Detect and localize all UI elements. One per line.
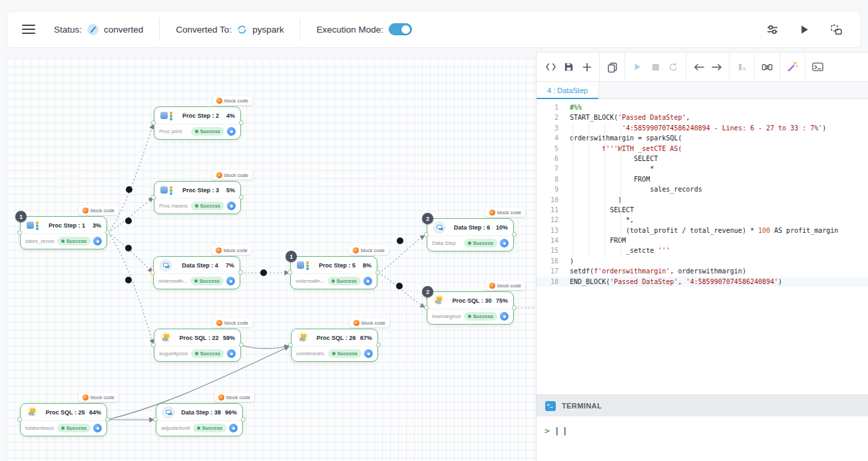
flow-node-proc-step-1[interactable]: 1Proc Step : 13%sales_recordsSuccess (20, 216, 107, 249)
output-port[interactable] (241, 417, 246, 422)
open-terminal-icon[interactable] (809, 58, 827, 76)
edge-collapse-dot[interactable] (126, 186, 132, 193)
flow-node-data-step-4[interactable]: Data Step : 47%orderswith...Success (153, 256, 240, 289)
code-line[interactable]: 14 FROM (537, 235, 868, 245)
block-code-chip[interactable]: block code (349, 318, 389, 327)
back-icon[interactable] (690, 58, 708, 76)
block-code-chip[interactable]: block code (214, 392, 254, 402)
code-line[interactable]: 17setdf(f'orderswithmargin', orderswithm… (537, 266, 868, 276)
block-code-chip[interactable]: block code (212, 318, 252, 327)
code-line[interactable]: 7 * (537, 164, 868, 174)
code-line[interactable]: 5 f'''WITH _setCTE AS( (537, 144, 868, 154)
node-action-button[interactable] (363, 277, 372, 285)
input-port[interactable] (424, 232, 429, 237)
output-port[interactable] (105, 417, 110, 422)
stop-icon[interactable] (646, 58, 664, 76)
compare-icon[interactable] (758, 58, 776, 76)
settings-sliders-icon[interactable] (765, 22, 779, 37)
block-code-chip[interactable]: block code (79, 392, 118, 402)
input-port[interactable] (151, 120, 156, 125)
menu-icon[interactable] (22, 25, 35, 34)
flow-node-proc-sql-30[interactable]: 2Proc SQL : 3075%lowmarginor...Success (427, 291, 514, 325)
output-port[interactable] (512, 305, 517, 310)
block-code-chip[interactable]: block code (485, 281, 525, 290)
run-cell-icon[interactable] (628, 58, 646, 76)
flow-node-proc-sql-25[interactable]: Proc SQL : 2564%totalunitssol...Success (20, 403, 107, 436)
input-port[interactable] (17, 417, 22, 422)
code-line[interactable]: 18END_BLOCK('Passed DataStep', '4:585990… (537, 277, 868, 287)
node-action-button[interactable] (93, 424, 102, 432)
edge-collapse-dot[interactable] (397, 237, 403, 244)
block-code-chip[interactable]: block code (349, 245, 389, 255)
tab-datastep[interactable]: 4 : DataStep (537, 82, 599, 99)
flow-node-proc-step-3[interactable]: Proc Step : 35%Proc meansSuccess (154, 181, 241, 214)
node-action-button[interactable] (227, 202, 236, 210)
copy-icon[interactable] (603, 58, 621, 76)
flow-node-data-step-38[interactable]: Data Step : 3896%adjustedunit...Success (156, 403, 243, 436)
terminal-header[interactable]: TERMINAL (537, 394, 868, 416)
node-action-button[interactable] (227, 349, 236, 358)
code-line[interactable]: 13 (total_profit / total_revenue) * 100 … (537, 226, 868, 235)
output-port[interactable] (512, 232, 517, 237)
flow-node-proc-sql-22[interactable]: Proc SQL : 2259%avgunitprice...Success (154, 329, 241, 362)
edge-collapse-dot[interactable] (125, 277, 132, 283)
input-port[interactable] (17, 230, 22, 235)
auto-layout-icon[interactable] (829, 22, 843, 37)
output-port[interactable] (239, 195, 244, 200)
input-port[interactable] (151, 343, 156, 347)
format-icon[interactable] (733, 58, 751, 76)
code-line[interactable]: 8 FROM (537, 174, 868, 184)
edge-collapse-dot[interactable] (396, 283, 403, 289)
code-line[interactable]: 10 ) (537, 195, 868, 205)
flow-node-proc-step-5[interactable]: 1Proc Step : 58%orderswith...Success (290, 256, 377, 289)
block-code-chip[interactable]: block code (79, 206, 118, 215)
node-action-button[interactable] (227, 127, 236, 136)
code-line[interactable]: 1#%% (537, 102, 868, 112)
code-line[interactable]: 16) (537, 256, 868, 266)
block-code-chip[interactable]: block code (212, 170, 252, 180)
node-action-button[interactable] (500, 312, 509, 321)
edge-collapse-dot[interactable] (125, 218, 132, 224)
output-port[interactable] (239, 343, 244, 347)
code-area[interactable]: 1#%%2START_BLOCK('Passed DataStep',3 '4:… (537, 99, 868, 394)
code-line[interactable]: 15 _setcte ''' (537, 245, 868, 255)
input-port[interactable] (424, 305, 429, 310)
code-line[interactable]: 12 *, (537, 215, 868, 225)
edge-collapse-dot[interactable] (260, 269, 267, 276)
magic-wand-icon[interactable] (783, 58, 801, 76)
execution-mode-toggle[interactable] (389, 23, 412, 35)
save-icon[interactable] (560, 58, 578, 76)
input-port[interactable] (288, 270, 292, 275)
node-action-button[interactable] (500, 239, 509, 247)
run-all-icon[interactable] (797, 22, 811, 37)
code-line[interactable]: 3 '4:5859907074586240894 - Lines: 6 - 27… (537, 123, 868, 133)
block-code-chip[interactable]: block code (212, 96, 252, 105)
output-port[interactable] (375, 270, 380, 275)
code-line[interactable]: 9 sales_records (537, 184, 868, 194)
input-port[interactable] (153, 417, 158, 422)
output-port[interactable] (238, 270, 243, 275)
edge-collapse-dot[interactable] (125, 245, 132, 251)
flow-canvas[interactable]: block code1Proc Step : 13%sales_recordsS… (7, 59, 536, 461)
node-action-button[interactable] (364, 349, 373, 358)
code-view-icon[interactable] (542, 58, 560, 76)
code-line[interactable]: 4orderswithmargin = sparkSQL( (537, 133, 868, 143)
reset-icon[interactable] (664, 58, 682, 76)
block-code-chip[interactable]: block code (485, 208, 525, 217)
add-cell-icon[interactable] (578, 58, 596, 76)
flow-node-proc-step-2[interactable]: Proc Step : 24%Proc printSuccess (154, 106, 241, 140)
output-port[interactable] (376, 343, 381, 347)
node-action-button[interactable] (93, 237, 102, 245)
node-action-button[interactable] (229, 424, 238, 432)
flow-node-proc-sql-26[interactable]: Proc SQL : 2667%combinedm...Success (291, 329, 378, 362)
output-port[interactable] (239, 120, 244, 125)
node-action-button[interactable] (226, 277, 235, 285)
forward-icon[interactable] (708, 58, 726, 76)
input-port[interactable] (150, 270, 155, 275)
flow-node-data-step-6[interactable]: 2Data Step : 610%Data StepSuccess (427, 218, 514, 251)
block-code-chip[interactable]: block code (212, 245, 252, 255)
output-port[interactable] (105, 230, 110, 235)
code-line[interactable]: 11 SELECT (537, 205, 868, 215)
input-port[interactable] (288, 343, 293, 347)
terminal-body[interactable]: >|| (537, 416, 868, 461)
